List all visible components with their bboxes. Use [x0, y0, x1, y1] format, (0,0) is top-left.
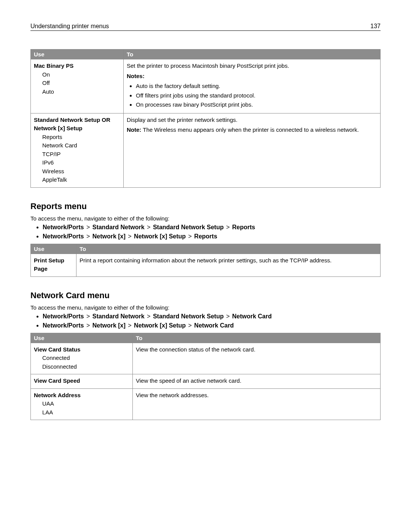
- breadcrumb-sep: >: [225, 224, 230, 230]
- cell-use: Network Address UAA LAA: [31, 388, 133, 420]
- breadcrumb-sep: >: [146, 313, 151, 320]
- breadcrumb-sep: >: [86, 313, 91, 320]
- table-row: Standard Network Setup OR Network [x] Se…: [31, 113, 381, 187]
- breadcrumb-sep: >: [127, 233, 132, 240]
- breadcrumb: Network/Ports > Network [x] > Network [x…: [43, 322, 381, 329]
- option-list: Connected Disconnected: [34, 354, 129, 371]
- breadcrumb-sep: >: [86, 224, 91, 230]
- option-list: UAA LAA: [34, 399, 129, 417]
- option-item: LAA: [42, 408, 129, 417]
- notes-list: Auto is the factory default setting. Off…: [127, 82, 377, 109]
- option-item: TCP/IP: [42, 150, 120, 159]
- option-item: UAA: [42, 399, 129, 408]
- breadcrumb-sep: >: [188, 233, 193, 240]
- th-to: To: [76, 244, 381, 254]
- breadcrumb-sep: >: [86, 233, 91, 240]
- cell-use: View Card Speed: [31, 374, 133, 389]
- option-title: View Card Speed: [34, 377, 129, 385]
- table-row: Print Setup Page Print a report containi…: [31, 254, 381, 276]
- crumb: Network [x] Setup: [134, 322, 186, 329]
- option-title-line2: Network [x] Setup: [34, 124, 120, 133]
- netcard-intro: To access the menu, navigate to either o…: [30, 304, 381, 311]
- option-list: On Off Auto: [34, 70, 120, 96]
- breadcrumb: Network/Ports > Standard Network > Stand…: [43, 224, 381, 231]
- option-item: Disconnected: [42, 363, 129, 371]
- cell-use: Print Setup Page: [31, 254, 76, 276]
- note-item: Off filters print jobs using the standar…: [136, 91, 377, 100]
- option-item: Reports: [42, 133, 120, 142]
- crumb: Reports: [194, 233, 217, 240]
- cell-use: Standard Network Setup OR Network [x] Se…: [31, 113, 124, 187]
- menu-table-netcard: Use To View Card Status Connected Discon…: [30, 333, 381, 420]
- note-prefix: Note:: [127, 126, 141, 133]
- cell-to: Display and set the printer network sett…: [124, 113, 381, 187]
- crumb: Reports: [232, 224, 255, 230]
- option-item: On: [42, 70, 120, 79]
- th-use: Use: [31, 333, 133, 343]
- breadcrumb-sep: >: [225, 313, 230, 320]
- option-item: AppleTalk: [42, 176, 120, 184]
- table-row: Network Address UAA LAA View the network…: [31, 388, 381, 420]
- option-item: Connected: [42, 354, 129, 363]
- option-title-line1: Standard Network Setup OR: [34, 116, 120, 125]
- th-to: To: [124, 50, 381, 59]
- crumb: Standard Network Setup: [153, 224, 224, 230]
- note-item: On processes raw binary PostScript print…: [136, 101, 377, 109]
- option-item: Network Card: [42, 141, 120, 150]
- crumb: Standard Network: [92, 313, 145, 320]
- table-row: View Card Speed View the speed of an act…: [31, 374, 381, 389]
- page-number: 137: [370, 23, 381, 30]
- notes-label: Notes:: [127, 72, 377, 81]
- option-list: Reports Network Card TCP/IP IPv6 Wireles…: [34, 133, 120, 184]
- option-title: View Card Status: [34, 345, 129, 354]
- crumb: Network/Ports: [43, 313, 84, 320]
- cell-to: View the network addresses.: [133, 388, 381, 420]
- note-item: Auto is the factory default setting.: [136, 82, 377, 91]
- crumb: Standard Network: [92, 224, 145, 230]
- crumb: Network/Ports: [43, 224, 84, 230]
- cell-desc: Display and set the printer network sett…: [127, 116, 377, 125]
- th-use: Use: [31, 244, 76, 254]
- th-use: Use: [31, 50, 124, 59]
- crumb: Network/Ports: [43, 322, 84, 329]
- option-title: Network Address: [34, 391, 129, 400]
- cell-to: Print a report containing information ab…: [76, 254, 381, 276]
- option-item: Wireless: [42, 167, 120, 176]
- crumb: Network [x]: [92, 233, 126, 240]
- cell-to: Set the printer to process Macintosh bin…: [124, 59, 381, 113]
- table-row: View Card Status Connected Disconnected …: [31, 343, 381, 374]
- cell-use: View Card Status Connected Disconnected: [31, 343, 133, 374]
- cell-note: Note: The Wireless menu appears only whe…: [127, 126, 377, 134]
- breadcrumb: Network/Ports > Network [x] > Network [x…: [43, 233, 381, 240]
- option-item: Off: [42, 79, 120, 88]
- heading-reports-menu: Reports menu: [30, 201, 381, 211]
- cell-to: View the connection status of the networ…: [133, 343, 381, 374]
- page-header: Understanding printer menus 137: [30, 23, 381, 31]
- breadcrumb-sep: >: [188, 322, 193, 329]
- cell-desc: Set the printer to process Macintosh bin…: [127, 62, 377, 70]
- heading-network-card-menu: Network Card menu: [30, 291, 381, 300]
- option-title: Mac Binary PS: [34, 62, 120, 70]
- crumb: Network Card: [194, 322, 234, 329]
- breadcrumb: Network/Ports > Standard Network > Stand…: [43, 313, 381, 320]
- option-item: IPv6: [42, 158, 120, 167]
- breadcrumb-sep: >: [86, 322, 91, 329]
- crumb: Network [x] Setup: [134, 233, 186, 240]
- reports-intro: To access the menu, navigate to either o…: [30, 215, 381, 222]
- crumb: Network Card: [232, 313, 272, 320]
- reports-paths: Network/Ports > Standard Network > Stand…: [30, 224, 381, 240]
- cell-use: Mac Binary PS On Off Auto: [31, 59, 124, 113]
- menu-table-network: Use To Mac Binary PS On Off Auto Set the…: [30, 49, 381, 188]
- option-item: Auto: [42, 88, 120, 96]
- table-row: Mac Binary PS On Off Auto Set the printe…: [31, 59, 381, 113]
- crumb: Standard Network Setup: [153, 313, 224, 320]
- cell-to: View the speed of an active network card…: [133, 374, 381, 389]
- crumb: Network/Ports: [43, 233, 84, 240]
- breadcrumb-sep: >: [146, 224, 151, 230]
- netcard-paths: Network/Ports > Standard Network > Stand…: [30, 313, 381, 329]
- note-text: The Wireless menu appears only when the …: [141, 126, 359, 133]
- header-title: Understanding printer menus: [30, 23, 109, 30]
- crumb: Network [x]: [92, 322, 126, 329]
- breadcrumb-sep: >: [127, 322, 132, 329]
- th-to: To: [133, 333, 381, 343]
